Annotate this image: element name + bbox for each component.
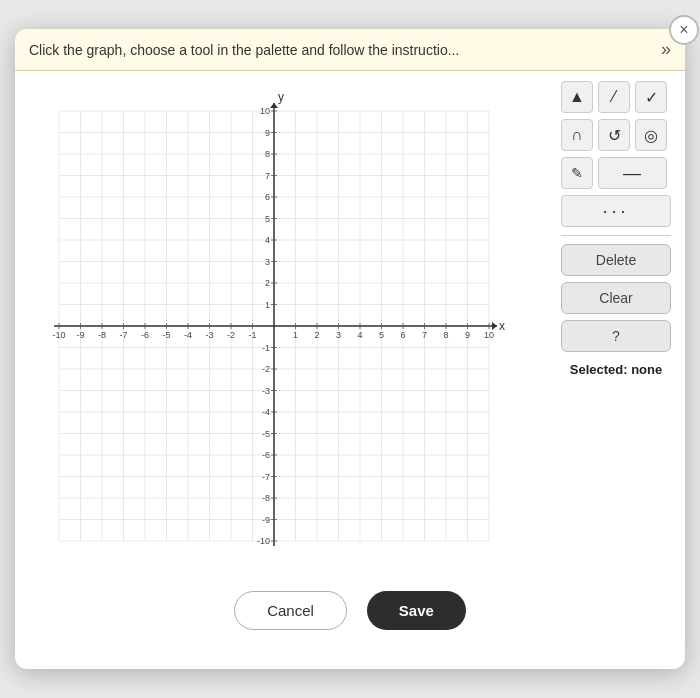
tool-palette: ▲ ∕ ✓ ∩ ↺ ◎ ✎ — ··· Delete Clea bbox=[561, 81, 671, 571]
instruction-text: Click the graph, choose a tool in the pa… bbox=[29, 42, 459, 58]
segment-tool-button[interactable]: — bbox=[598, 157, 667, 189]
line-tool-button[interactable]: ∕ bbox=[598, 81, 630, 113]
close-button[interactable]: × bbox=[669, 15, 699, 45]
chevron-down-icon[interactable]: » bbox=[661, 39, 671, 60]
coordinate-graph[interactable] bbox=[29, 81, 519, 571]
close-icon: × bbox=[679, 21, 688, 39]
bottom-buttons: Cancel Save bbox=[15, 591, 685, 630]
save-button[interactable]: Save bbox=[367, 591, 466, 630]
palette-row-2: ∩ ↺ ◎ bbox=[561, 119, 671, 151]
palette-row-1: ▲ ∕ ✓ bbox=[561, 81, 671, 113]
undo-button[interactable]: ↺ bbox=[598, 119, 630, 151]
check-tool-button[interactable]: ✓ bbox=[635, 81, 667, 113]
graph-container[interactable] bbox=[29, 81, 549, 571]
palette-row-3: ✎ — bbox=[561, 157, 671, 189]
palette-row-4: ··· bbox=[561, 195, 671, 227]
hand-tool-button[interactable]: ✎ bbox=[561, 157, 593, 189]
clear-button[interactable]: Clear bbox=[561, 282, 671, 314]
dots-tool-button[interactable]: ··· bbox=[561, 195, 671, 227]
palette-divider bbox=[561, 235, 671, 236]
curve-tool-button[interactable]: ∩ bbox=[561, 119, 593, 151]
delete-button[interactable]: Delete bbox=[561, 244, 671, 276]
content-area: ▲ ∕ ✓ ∩ ↺ ◎ ✎ — ··· Delete Clea bbox=[15, 71, 685, 581]
help-button[interactable]: ? bbox=[561, 320, 671, 352]
instruction-bar: Click the graph, choose a tool in the pa… bbox=[15, 29, 685, 71]
arrow-tool-button[interactable]: ▲ bbox=[561, 81, 593, 113]
circle-tool-button[interactable]: ◎ bbox=[635, 119, 667, 151]
selected-status: Selected: none bbox=[561, 362, 671, 377]
modal: × Click the graph, choose a tool in the … bbox=[15, 29, 685, 669]
cancel-button[interactable]: Cancel bbox=[234, 591, 347, 630]
